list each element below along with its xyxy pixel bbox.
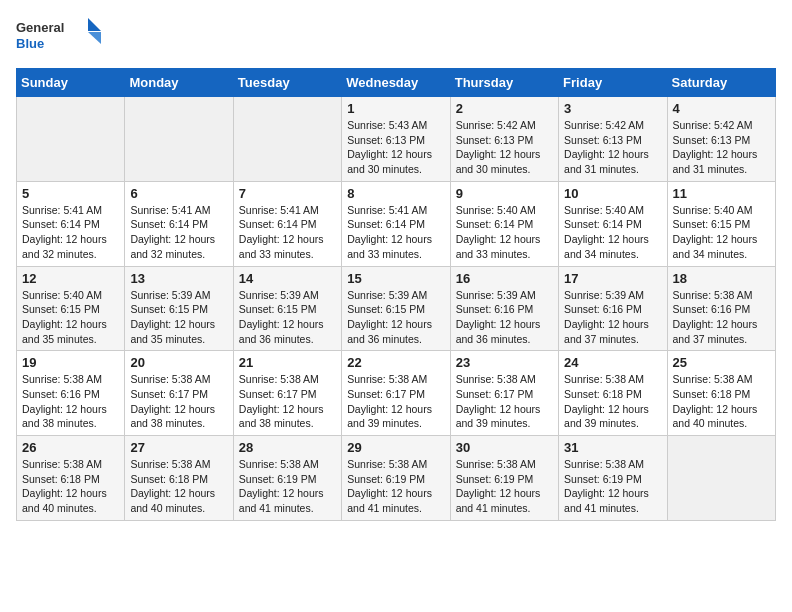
svg-marker-3 xyxy=(88,32,101,44)
calendar-cell: 2Sunrise: 5:42 AM Sunset: 6:13 PM Daylig… xyxy=(450,97,558,182)
day-info: Sunrise: 5:39 AM Sunset: 6:15 PM Dayligh… xyxy=(239,288,336,347)
day-info: Sunrise: 5:41 AM Sunset: 6:14 PM Dayligh… xyxy=(22,203,119,262)
header-thursday: Thursday xyxy=(450,69,558,97)
day-number: 26 xyxy=(22,440,119,455)
day-info: Sunrise: 5:40 AM Sunset: 6:14 PM Dayligh… xyxy=(456,203,553,262)
calendar-cell: 21Sunrise: 5:38 AM Sunset: 6:17 PM Dayli… xyxy=(233,351,341,436)
calendar-cell: 18Sunrise: 5:38 AM Sunset: 6:16 PM Dayli… xyxy=(667,266,775,351)
calendar-cell: 1Sunrise: 5:43 AM Sunset: 6:13 PM Daylig… xyxy=(342,97,450,182)
day-info: Sunrise: 5:42 AM Sunset: 6:13 PM Dayligh… xyxy=(564,118,661,177)
day-number: 31 xyxy=(564,440,661,455)
day-info: Sunrise: 5:38 AM Sunset: 6:19 PM Dayligh… xyxy=(564,457,661,516)
calendar-cell: 4Sunrise: 5:42 AM Sunset: 6:13 PM Daylig… xyxy=(667,97,775,182)
calendar-cell: 22Sunrise: 5:38 AM Sunset: 6:17 PM Dayli… xyxy=(342,351,450,436)
day-number: 25 xyxy=(673,355,770,370)
calendar-cell: 23Sunrise: 5:38 AM Sunset: 6:17 PM Dayli… xyxy=(450,351,558,436)
day-number: 29 xyxy=(347,440,444,455)
day-number: 6 xyxy=(130,186,227,201)
day-number: 28 xyxy=(239,440,336,455)
day-info: Sunrise: 5:42 AM Sunset: 6:13 PM Dayligh… xyxy=(673,118,770,177)
calendar-cell: 20Sunrise: 5:38 AM Sunset: 6:17 PM Dayli… xyxy=(125,351,233,436)
calendar-cell: 9Sunrise: 5:40 AM Sunset: 6:14 PM Daylig… xyxy=(450,181,558,266)
day-number: 9 xyxy=(456,186,553,201)
day-number: 15 xyxy=(347,271,444,286)
calendar-cell: 15Sunrise: 5:39 AM Sunset: 6:15 PM Dayli… xyxy=(342,266,450,351)
day-info: Sunrise: 5:38 AM Sunset: 6:17 PM Dayligh… xyxy=(456,372,553,431)
day-number: 21 xyxy=(239,355,336,370)
day-number: 20 xyxy=(130,355,227,370)
day-number: 18 xyxy=(673,271,770,286)
calendar-cell: 7Sunrise: 5:41 AM Sunset: 6:14 PM Daylig… xyxy=(233,181,341,266)
calendar-cell: 24Sunrise: 5:38 AM Sunset: 6:18 PM Dayli… xyxy=(559,351,667,436)
calendar-cell: 30Sunrise: 5:38 AM Sunset: 6:19 PM Dayli… xyxy=(450,436,558,521)
logo-svg: General Blue xyxy=(16,16,116,56)
day-info: Sunrise: 5:38 AM Sunset: 6:18 PM Dayligh… xyxy=(22,457,119,516)
day-info: Sunrise: 5:43 AM Sunset: 6:13 PM Dayligh… xyxy=(347,118,444,177)
calendar-cell: 14Sunrise: 5:39 AM Sunset: 6:15 PM Dayli… xyxy=(233,266,341,351)
day-number: 7 xyxy=(239,186,336,201)
day-number: 12 xyxy=(22,271,119,286)
day-info: Sunrise: 5:38 AM Sunset: 6:17 PM Dayligh… xyxy=(347,372,444,431)
day-info: Sunrise: 5:38 AM Sunset: 6:19 PM Dayligh… xyxy=(347,457,444,516)
day-info: Sunrise: 5:39 AM Sunset: 6:16 PM Dayligh… xyxy=(564,288,661,347)
calendar-cell: 3Sunrise: 5:42 AM Sunset: 6:13 PM Daylig… xyxy=(559,97,667,182)
day-info: Sunrise: 5:41 AM Sunset: 6:14 PM Dayligh… xyxy=(130,203,227,262)
day-info: Sunrise: 5:38 AM Sunset: 6:18 PM Dayligh… xyxy=(130,457,227,516)
day-info: Sunrise: 5:41 AM Sunset: 6:14 PM Dayligh… xyxy=(347,203,444,262)
header-row: SundayMondayTuesdayWednesdayThursdayFrid… xyxy=(17,69,776,97)
day-number: 23 xyxy=(456,355,553,370)
calendar-cell: 19Sunrise: 5:38 AM Sunset: 6:16 PM Dayli… xyxy=(17,351,125,436)
day-info: Sunrise: 5:40 AM Sunset: 6:15 PM Dayligh… xyxy=(673,203,770,262)
calendar-cell: 6Sunrise: 5:41 AM Sunset: 6:14 PM Daylig… xyxy=(125,181,233,266)
svg-text:Blue: Blue xyxy=(16,36,44,51)
day-info: Sunrise: 5:39 AM Sunset: 6:15 PM Dayligh… xyxy=(130,288,227,347)
day-number: 19 xyxy=(22,355,119,370)
calendar-cell: 11Sunrise: 5:40 AM Sunset: 6:15 PM Dayli… xyxy=(667,181,775,266)
header: General Blue xyxy=(16,16,776,56)
svg-marker-2 xyxy=(88,18,101,31)
week-row-5: 26Sunrise: 5:38 AM Sunset: 6:18 PM Dayli… xyxy=(17,436,776,521)
svg-text:General: General xyxy=(16,20,64,35)
day-number: 14 xyxy=(239,271,336,286)
day-info: Sunrise: 5:38 AM Sunset: 6:17 PM Dayligh… xyxy=(239,372,336,431)
day-info: Sunrise: 5:41 AM Sunset: 6:14 PM Dayligh… xyxy=(239,203,336,262)
day-info: Sunrise: 5:40 AM Sunset: 6:15 PM Dayligh… xyxy=(22,288,119,347)
header-saturday: Saturday xyxy=(667,69,775,97)
day-number: 1 xyxy=(347,101,444,116)
day-info: Sunrise: 5:38 AM Sunset: 6:18 PM Dayligh… xyxy=(564,372,661,431)
day-info: Sunrise: 5:38 AM Sunset: 6:16 PM Dayligh… xyxy=(673,288,770,347)
day-number: 2 xyxy=(456,101,553,116)
day-info: Sunrise: 5:38 AM Sunset: 6:19 PM Dayligh… xyxy=(239,457,336,516)
header-sunday: Sunday xyxy=(17,69,125,97)
calendar-cell: 28Sunrise: 5:38 AM Sunset: 6:19 PM Dayli… xyxy=(233,436,341,521)
day-number: 5 xyxy=(22,186,119,201)
calendar-cell: 8Sunrise: 5:41 AM Sunset: 6:14 PM Daylig… xyxy=(342,181,450,266)
day-info: Sunrise: 5:39 AM Sunset: 6:16 PM Dayligh… xyxy=(456,288,553,347)
calendar-cell: 25Sunrise: 5:38 AM Sunset: 6:18 PM Dayli… xyxy=(667,351,775,436)
day-number: 10 xyxy=(564,186,661,201)
calendar-cell xyxy=(125,97,233,182)
day-number: 16 xyxy=(456,271,553,286)
calendar-cell: 17Sunrise: 5:39 AM Sunset: 6:16 PM Dayli… xyxy=(559,266,667,351)
week-row-2: 5Sunrise: 5:41 AM Sunset: 6:14 PM Daylig… xyxy=(17,181,776,266)
calendar-cell: 13Sunrise: 5:39 AM Sunset: 6:15 PM Dayli… xyxy=(125,266,233,351)
day-info: Sunrise: 5:40 AM Sunset: 6:14 PM Dayligh… xyxy=(564,203,661,262)
calendar-table: SundayMondayTuesdayWednesdayThursdayFrid… xyxy=(16,68,776,521)
day-number: 17 xyxy=(564,271,661,286)
day-number: 8 xyxy=(347,186,444,201)
day-number: 24 xyxy=(564,355,661,370)
calendar-body: 1Sunrise: 5:43 AM Sunset: 6:13 PM Daylig… xyxy=(17,97,776,521)
day-info: Sunrise: 5:42 AM Sunset: 6:13 PM Dayligh… xyxy=(456,118,553,177)
calendar-cell xyxy=(233,97,341,182)
calendar-cell: 5Sunrise: 5:41 AM Sunset: 6:14 PM Daylig… xyxy=(17,181,125,266)
header-tuesday: Tuesday xyxy=(233,69,341,97)
calendar-cell: 31Sunrise: 5:38 AM Sunset: 6:19 PM Dayli… xyxy=(559,436,667,521)
header-friday: Friday xyxy=(559,69,667,97)
week-row-3: 12Sunrise: 5:40 AM Sunset: 6:15 PM Dayli… xyxy=(17,266,776,351)
day-info: Sunrise: 5:38 AM Sunset: 6:17 PM Dayligh… xyxy=(130,372,227,431)
day-number: 27 xyxy=(130,440,227,455)
day-info: Sunrise: 5:39 AM Sunset: 6:15 PM Dayligh… xyxy=(347,288,444,347)
logo: General Blue xyxy=(16,16,116,56)
calendar-cell: 26Sunrise: 5:38 AM Sunset: 6:18 PM Dayli… xyxy=(17,436,125,521)
day-number: 30 xyxy=(456,440,553,455)
